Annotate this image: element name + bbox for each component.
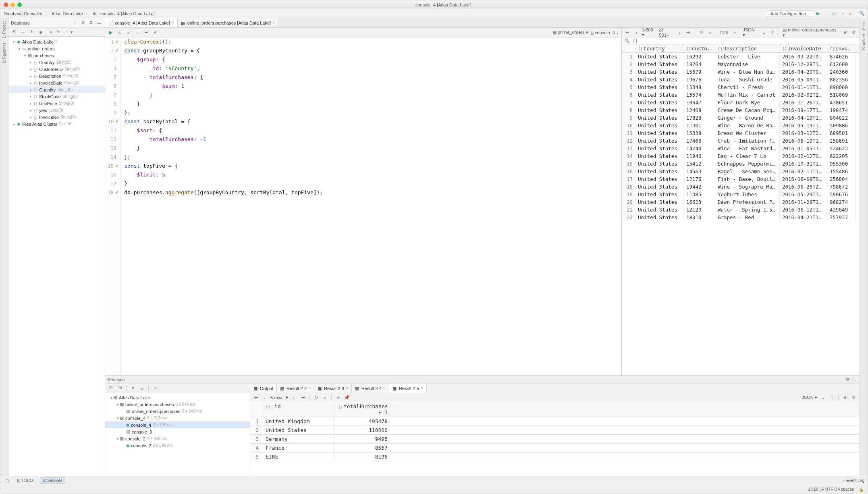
hide-panel-icon[interactable]: — — [96, 20, 102, 26]
table-row[interactable]: 1United States16292Lobster - Live2016-03… — [622, 53, 860, 60]
coverage-icon[interactable]: ◐ — [831, 10, 837, 17]
import-icon[interactable]: ⤒ — [769, 29, 776, 36]
tree-row[interactable]: ▸{}yearLong(0) — [8, 107, 105, 114]
new-datasource-icon[interactable]: ＋ — [72, 20, 78, 26]
eye-icon[interactable]: 👁 — [842, 29, 848, 36]
database-tree[interactable]: ▾◆Atlas Data Lake1▾▭online_orders▾▦purch… — [8, 37, 105, 476]
tree-row[interactable]: ▸{}UnitPriceString(0) — [8, 100, 105, 107]
table-row[interactable]: 8United States12408Creme De Cacao Mcgui…… — [622, 106, 860, 114]
first-row-icon[interactable]: ⇤ — [253, 394, 259, 401]
table-row[interactable]: 21United States12129Water - Spring 1.5li… — [622, 206, 860, 214]
zoom-window-button[interactable] — [17, 2, 22, 7]
schema-selector[interactable]: ▤ online_orders ▾ — [552, 30, 588, 35]
ddl-button[interactable]: DDL — [721, 30, 729, 35]
results-grid[interactable]: {}Country{}CustomerID{}Description{}Invo… — [622, 45, 860, 375]
table-row[interactable]: 17United States12176Fish - Base, Bouilli… — [622, 175, 860, 183]
status-todo[interactable]: 6: TODO — [14, 477, 36, 484]
rail-item-structure[interactable]: Structure — [862, 34, 866, 50]
table-row[interactable]: 2United States18264Mayonnaise2016-12-28T… — [622, 60, 860, 68]
filter-svc-icon[interactable]: ▾ — [130, 385, 136, 391]
eye-icon[interactable]: 👁 — [842, 394, 848, 401]
prev-page-icon[interactable]: ‹ — [633, 29, 640, 36]
result-tab[interactable]: ▦Result 2-2× — [277, 384, 314, 393]
gear-icon[interactable]: ⚙ — [851, 29, 857, 36]
next-row-icon[interactable]: › — [291, 394, 297, 401]
export-detail-icon[interactable]: ⤓ — [820, 394, 826, 401]
path-selector[interactable]: ▤ online_orders.purchases ▾ — [783, 28, 839, 38]
table-row[interactable]: 3Germany9495 — [250, 435, 860, 444]
close-window-button[interactable] — [4, 2, 8, 7]
last-page-icon[interactable]: ⇥ — [685, 29, 691, 36]
stop-query-icon[interactable]: ■ — [125, 29, 132, 36]
gear-icon[interactable]: ⚙ — [851, 394, 857, 401]
code-editor[interactable]: 1✔2✔345678910✔1112131415✔161718✔ clearCo… — [105, 37, 621, 375]
table-row[interactable]: 5EIRE8196 — [250, 452, 860, 461]
add-configuration-button[interactable]: Add Configuration... — [767, 10, 813, 17]
table-row[interactable]: 20United States16623Dawn Professionl Pot… — [622, 198, 860, 206]
tree-row[interactable]: ▸{}CountryString(0) — [8, 59, 105, 66]
gear-icon[interactable]: ⚙ — [88, 20, 94, 26]
collapse-all-icon[interactable]: ⇱ — [11, 29, 17, 35]
stop-row-icon[interactable]: ■ — [322, 394, 328, 401]
tree-row[interactable]: ▸{}InvoiceNoString(0) — [8, 114, 105, 120]
status-services[interactable]: 8: Services — [40, 477, 65, 484]
edit-icon[interactable]: ✎ — [55, 29, 62, 35]
table-row[interactable]: 18United States19442Wine - Sograpre Mate… — [622, 183, 860, 191]
profile-icon[interactable]: ⤳ — [839, 10, 845, 17]
service-row[interactable]: ◆console_42 s 425 ms — [105, 421, 250, 428]
status-event-log[interactable]: ○ Event Log — [843, 478, 864, 483]
group-icon[interactable]: ⎄ — [139, 385, 145, 391]
result-tab[interactable]: ▦Result 2-4× — [352, 384, 389, 393]
table-row[interactable]: 7United States10647Flour Dark Rye2016-11… — [622, 99, 860, 106]
view-as-json[interactable]: JSON ▾ — [743, 28, 758, 37]
service-row[interactable]: ▦console_3 — [105, 428, 250, 435]
add-svc-icon[interactable]: ＋ — [152, 385, 158, 391]
rollback-icon[interactable]: ↩ — [143, 29, 150, 36]
export-icon[interactable]: ⤓ — [760, 29, 767, 36]
run-icon[interactable]: ▶ — [815, 10, 821, 17]
service-row[interactable]: ◆console_22 s 599 ms — [105, 442, 250, 449]
service-row[interactable]: ▾▦Atlas Data Lake — [105, 394, 250, 401]
tab-results[interactable]: ▦ online_orders.purchases [Atlas Data La… — [178, 18, 278, 27]
result-detail-grid[interactable]: {}_id {}totalPurchases ▾ 1 1United Kingd… — [250, 402, 860, 476]
collapse-icon[interactable]: ⇱ — [108, 385, 114, 391]
close-tab-icon[interactable]: × — [272, 21, 275, 25]
search-icon[interactable]: 🔍 — [859, 10, 865, 17]
table-row[interactable]: 11United States15338Bread Ww Cluster2016… — [622, 129, 860, 137]
result-tab[interactable]: ▦Result 2-3× — [314, 384, 352, 393]
rail-item-project[interactable]: 1: Project — [2, 21, 6, 38]
services-tree[interactable]: ▾▦Atlas Data Lake▾▦online_orders.purchas… — [105, 392, 250, 476]
stop-icon[interactable]: ■ — [847, 10, 853, 17]
close-tab-icon[interactable]: × — [172, 21, 174, 25]
table-row[interactable]: 14United States11946Bag - Clear 7 Lb2016… — [622, 152, 860, 160]
filter-tree-icon[interactable]: ⎃ — [20, 29, 26, 35]
reload-results-icon[interactable]: ↻ — [313, 394, 319, 401]
service-row[interactable]: ▾▦console_24 s 658 ms — [105, 435, 250, 442]
tree-row[interactable]: ▸{}CustomerIDString(0) — [8, 66, 105, 73]
reload-icon[interactable]: ↻ — [698, 29, 705, 36]
row-range[interactable]: 1-500 ▾ — [642, 28, 657, 37]
result-tab[interactable]: ▦Result 2-5× — [389, 384, 427, 393]
service-row[interactable]: ▾▦online_orders.purchases3 s 949 ms — [105, 401, 250, 408]
run-query-icon[interactable]: ▶ — [108, 29, 114, 36]
stop-db-icon[interactable]: ■ — [37, 29, 44, 35]
table-row[interactable]: 13United States14740Wine - Fat Bastard M… — [622, 145, 860, 152]
commit-icon[interactable]: ✔ — [152, 29, 158, 36]
status-collapse-icon[interactable]: ▢ — [4, 477, 10, 484]
prev-row-icon[interactable]: ‹ — [262, 394, 268, 401]
table-row[interactable]: 22United States18010Grapes - Red2016-04-… — [622, 214, 860, 221]
table-row[interactable]: 16United States14563Bagel - Sesame Seed … — [622, 168, 860, 175]
first-page-icon[interactable]: ⇤ — [624, 29, 631, 36]
explain-icon[interactable]: ⎋ — [116, 29, 123, 36]
tx-icon[interactable]: ⟐ — [134, 29, 141, 36]
gear-icon[interactable]: ⚙ — [844, 376, 851, 383]
breadcrumb-item[interactable]: Atlas Data Lake — [51, 11, 84, 16]
rail-item-files[interactable]: Files — [862, 21, 866, 30]
detail-view-json[interactable]: JSON ▾ — [802, 395, 817, 400]
tree-row[interactable]: ▾◆Atlas Data Lake1 — [8, 38, 105, 45]
table-row[interactable]: 6United States13574Muffin Mix - Carrot20… — [622, 91, 860, 99]
sync-icon[interactable]: ↻ — [29, 29, 35, 35]
tree-row[interactable]: ▸{}QuantityString(0) — [8, 86, 105, 93]
expand-icon[interactable]: ⇲ — [116, 385, 123, 391]
stop-results-icon[interactable]: ■ — [707, 29, 714, 36]
